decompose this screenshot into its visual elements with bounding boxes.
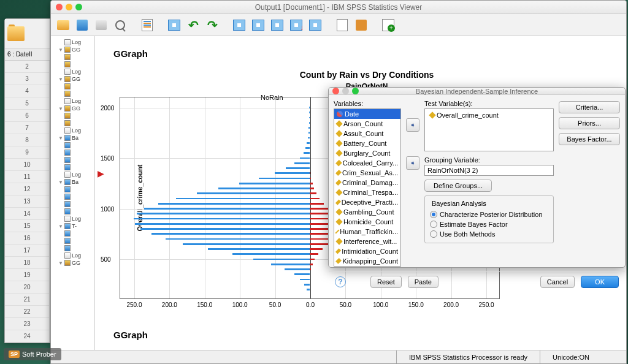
open-button[interactable]	[55, 17, 72, 34]
select-case-button[interactable]: ↓	[288, 17, 305, 34]
export-button[interactable]	[139, 17, 156, 34]
radio-option[interactable]: Characterize Posterior Distribution	[430, 210, 548, 219]
tree-item[interactable]	[52, 245, 93, 252]
tree-item[interactable]: ▼GG	[52, 75, 93, 83]
row-header[interactable]: 21	[5, 294, 50, 306]
dialog-recall-button[interactable]	[166, 17, 183, 34]
tree-item[interactable]	[52, 230, 93, 237]
row-header[interactable]: 7	[5, 122, 50, 134]
tree-item[interactable]	[52, 164, 93, 171]
variable-item[interactable]: Colcealed_Carry...	[334, 158, 400, 168]
tree-item[interactable]	[52, 208, 93, 215]
help-button[interactable]: ?	[335, 276, 346, 287]
print-button[interactable]	[93, 17, 110, 34]
row-header[interactable]: 14	[5, 208, 50, 220]
define-groups-button[interactable]: Define Groups...	[424, 180, 492, 192]
variable-item[interactable]: Arson_Count	[334, 119, 400, 129]
tree-item[interactable]: ▼T-	[52, 222, 93, 230]
tree-item[interactable]: Log	[52, 252, 93, 259]
tree-item[interactable]: Log	[52, 68, 93, 75]
save-button[interactable]	[74, 17, 91, 34]
goto-data-button[interactable]	[231, 17, 248, 34]
undo-button[interactable]: ↶	[185, 17, 202, 34]
tree-item[interactable]: ▼Ba	[52, 178, 93, 186]
tree-item[interactable]	[52, 200, 93, 208]
variable-item[interactable]: Battery_Count	[334, 138, 400, 148]
variable-item[interactable]: Deceptive_Practi...	[334, 197, 400, 207]
row-header[interactable]: 10	[5, 159, 50, 171]
radio-option[interactable]: Use Both Methods	[430, 229, 548, 239]
priors-button[interactable]: Priors...	[559, 117, 620, 129]
variable-item[interactable]: Assult_Count	[334, 129, 400, 138]
tree-item[interactable]	[52, 193, 93, 200]
tree-item[interactable]: Log	[52, 97, 93, 105]
run-button[interactable]	[353, 17, 370, 34]
row-header[interactable]: 23	[5, 318, 50, 330]
variable-item[interactable]: Kidnapping_Count	[334, 256, 400, 266]
preview-button[interactable]	[112, 17, 129, 34]
variables-list[interactable]: DateArson_CountAssult_CountBattery_Count…	[334, 108, 401, 267]
tree-item[interactable]: Log	[52, 215, 93, 222]
row-header[interactable]: 3	[5, 73, 50, 85]
tree-item[interactable]	[52, 142, 93, 149]
variable-item[interactable]: Criminal_Trespa...	[334, 188, 400, 197]
tree-item[interactable]	[52, 149, 93, 156]
variable-item[interactable]: Human_Traffickin...	[334, 227, 400, 237]
redo-button[interactable]: ↷	[204, 17, 221, 34]
row-header[interactable]: 2	[5, 61, 50, 73]
variable-item[interactable]: Interference_wit...	[334, 237, 400, 246]
criteria-button[interactable]: Criteria...	[559, 101, 620, 113]
tree-item[interactable]	[52, 186, 93, 193]
row-header[interactable]: 17	[5, 245, 50, 257]
ok-button[interactable]: OK	[581, 276, 619, 288]
row-header[interactable]: 15	[5, 220, 50, 232]
grouping-variable-box[interactable]: RainOrNotN(3 2)	[424, 165, 554, 176]
tree-item[interactable]	[52, 83, 93, 90]
variable-item[interactable]: Crim_Sexual_As...	[334, 168, 400, 178]
variable-item[interactable]: Intimidation_Count	[334, 246, 400, 256]
row-header[interactable]: 19	[5, 269, 50, 281]
tree-item[interactable]: Log	[52, 39, 93, 46]
tree-item[interactable]: Log	[52, 171, 93, 178]
row-header[interactable]: 9	[5, 146, 50, 159]
variable-item[interactable]: Date	[334, 109, 400, 119]
tree-item[interactable]	[52, 119, 93, 127]
move-to-group-button[interactable]: ➧	[406, 156, 419, 170]
row-header[interactable]: 24	[5, 330, 50, 343]
radio-option[interactable]: Estimate Bayes Factor	[430, 219, 548, 229]
tree-item[interactable]: ▼GG	[52, 105, 93, 112]
reset-button[interactable]: Reset	[370, 276, 402, 288]
variable-item[interactable]: Burglary_Count	[334, 148, 400, 158]
bayes-factor-button[interactable]: Bayes Factor...	[559, 133, 620, 145]
test-variables-box[interactable]: Overall_crime_count	[424, 108, 554, 151]
variable-item[interactable]: Criminal_Damag...	[334, 178, 400, 188]
row-header[interactable]: 18	[5, 257, 50, 269]
outline-tree[interactable]: Log▼GGLog▼GGLog▼GGLog▼BaLog▼BaLog▼T-Log▼…	[51, 36, 95, 350]
row-header[interactable]: 13	[5, 195, 50, 208]
designate-window-button[interactable]	[380, 17, 397, 34]
row-header[interactable]: 16	[5, 232, 50, 245]
tree-item[interactable]: Log	[52, 127, 93, 134]
goto-case-button[interactable]	[250, 17, 267, 34]
paste-button[interactable]: Paste	[408, 276, 438, 288]
row-header[interactable]: 11	[5, 171, 50, 183]
row-header[interactable]: 22	[5, 306, 50, 318]
move-to-test-button[interactable]: ➧	[406, 118, 419, 132]
tree-item[interactable]	[52, 237, 93, 245]
value-labels-button[interactable]	[307, 17, 324, 34]
row-header[interactable]: 12	[5, 183, 50, 195]
row-header[interactable]: 6	[5, 110, 50, 122]
row-header[interactable]: 20	[5, 281, 50, 294]
cancel-button[interactable]: Cancel	[540, 276, 575, 288]
open-icon[interactable]	[7, 26, 25, 41]
row-header[interactable]: 8	[5, 134, 50, 146]
tree-item[interactable]: ▼GG	[52, 259, 93, 267]
tree-item[interactable]	[52, 112, 93, 119]
row-header[interactable]: 4	[5, 85, 50, 97]
tree-item[interactable]	[52, 156, 93, 164]
tree-item[interactable]	[52, 90, 93, 97]
tree-item[interactable]: ▼GG	[52, 46, 93, 53]
row-header[interactable]: 5	[5, 97, 50, 110]
variable-item[interactable]: Gambling_Count	[334, 207, 400, 217]
insert-page-button[interactable]	[334, 17, 351, 34]
